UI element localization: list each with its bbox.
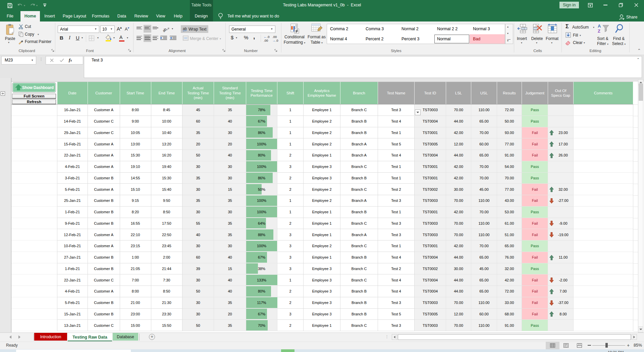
svg-text:ab: ab bbox=[162, 27, 167, 33]
